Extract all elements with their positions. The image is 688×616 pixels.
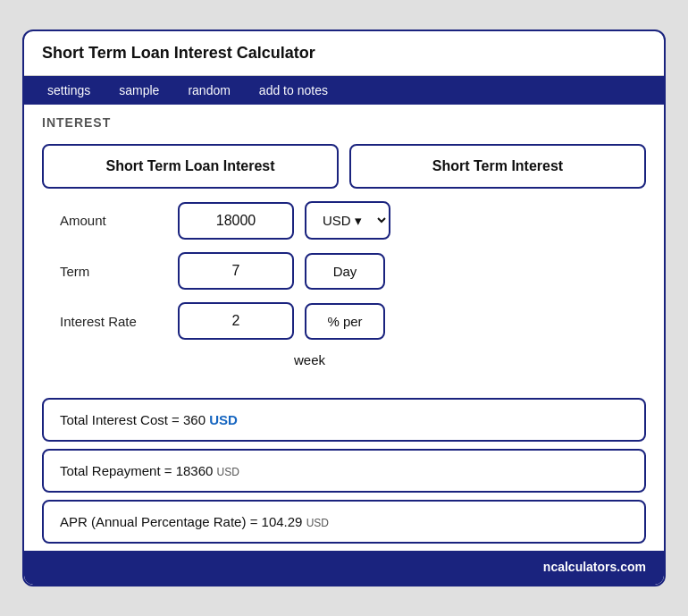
total-repayment-result: Total Repayment = 18360 USD — [42, 449, 646, 493]
total-repayment-label: Total Repayment — [60, 463, 161, 478]
tab-btn-loan-interest[interactable]: Short Term Loan Interest — [42, 144, 339, 189]
tab-add-to-notes[interactable]: add to notes — [245, 76, 342, 105]
tab-btn-short-term-interest[interactable]: Short Term Interest — [349, 144, 646, 189]
amount-row: Amount USD ▾ EUR ▾ GBP ▾ — [42, 201, 646, 240]
apr-result: APR (Annual Percentage Rate) = 104.29 US… — [42, 500, 646, 544]
term-unit-box: Day — [305, 253, 385, 290]
total-interest-result: Total Interest Cost = 360 USD — [42, 398, 646, 442]
page-title: Short Term Loan Interest Calculator — [24, 31, 664, 76]
term-row: Term Day — [42, 252, 646, 290]
currency-select[interactable]: USD ▾ EUR ▾ GBP ▾ — [305, 201, 390, 240]
interest-input[interactable] — [178, 302, 294, 340]
interest-row: Interest Rate % per — [42, 302, 646, 340]
apr-value: 104.29 — [262, 514, 303, 529]
form-section: Amount USD ▾ EUR ▾ GBP ▾ Term Day Intere… — [24, 201, 664, 391]
nav-tabs: settings sample random add to notes — [24, 76, 664, 105]
branding-footer: ncalculators.com — [24, 551, 664, 585]
total-repayment-eq: = — [164, 463, 176, 478]
apr-currency: USD — [306, 517, 329, 529]
total-interest-label: Total Interest Cost — [60, 412, 168, 427]
total-repayment-currency: USD — [217, 466, 239, 478]
tab-settings[interactable]: settings — [33, 76, 105, 105]
interest-label: Interest Rate — [42, 314, 167, 329]
total-repayment-value: 18360 — [176, 463, 214, 478]
section-label: INTEREST — [24, 105, 664, 135]
total-interest-currency: USD — [209, 412, 238, 427]
apr-label: APR (Annual Percentage Rate) — [60, 514, 246, 529]
term-input[interactable] — [178, 252, 294, 290]
total-interest-eq: = — [172, 412, 183, 427]
calculator-card: Short Term Loan Interest Calculator sett… — [22, 30, 666, 586]
calculator-tab-buttons: Short Term Loan Interest Short Term Inte… — [24, 135, 664, 201]
interest-unit-box: % per — [305, 303, 385, 340]
amount-label: Amount — [42, 213, 167, 228]
tab-random[interactable]: random — [173, 76, 244, 105]
term-label: Term — [42, 264, 167, 279]
tab-sample[interactable]: sample — [105, 76, 173, 105]
total-interest-value: 360 — [183, 412, 206, 427]
apr-eq: = — [250, 514, 262, 529]
amount-input[interactable] — [178, 202, 294, 240]
interest-period-label: week — [42, 352, 646, 367]
